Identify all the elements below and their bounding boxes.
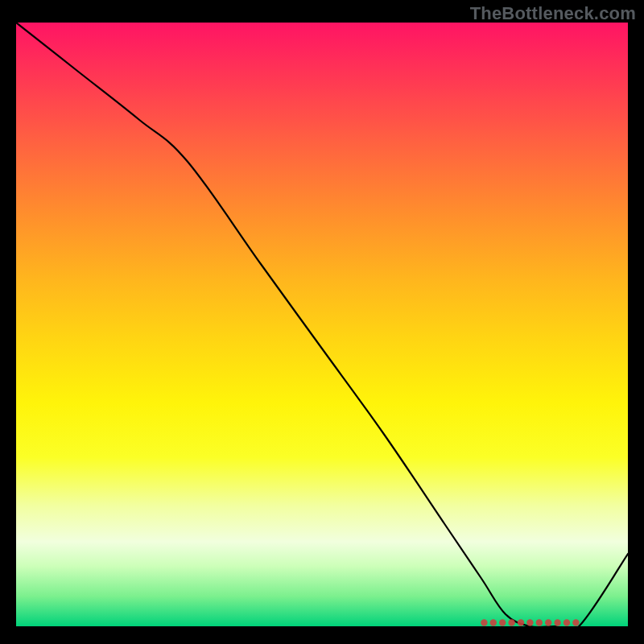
optimal-marker [564,619,570,625]
optimal-marker [518,619,524,625]
optimal-marker [490,619,497,625]
plot-area [16,23,628,626]
optimal-marker [545,619,551,625]
optimal-marker [481,619,487,625]
optimal-marker [508,619,514,625]
optimal-marker [536,619,543,625]
optimal-marker [572,619,579,625]
optimal-range-markers [481,619,579,625]
optimal-marker [554,619,560,625]
bottleneck-curve [16,23,628,626]
chart-frame: TheBottleneck.com [0,0,644,644]
chart-svg [16,23,628,626]
watermark-text: TheBottleneck.com [470,3,636,24]
optimal-marker [526,619,533,625]
optimal-marker [499,619,506,625]
